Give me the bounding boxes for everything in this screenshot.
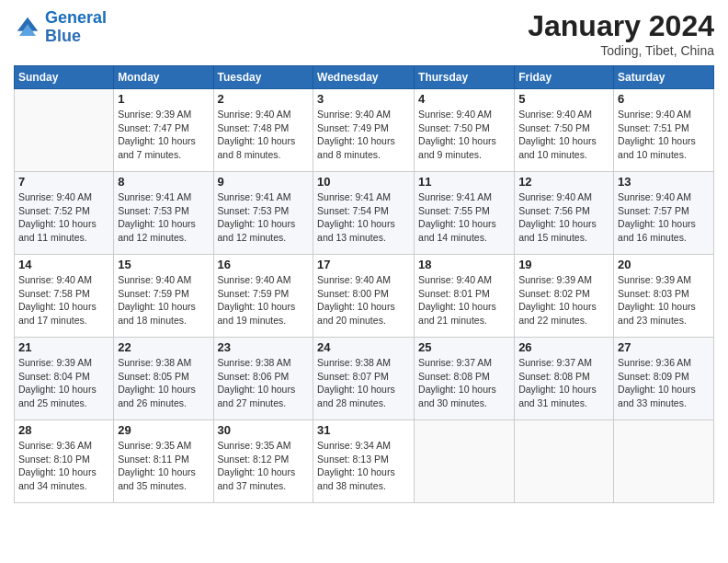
sunset-text: Sunset: 7:59 PM bbox=[218, 288, 290, 299]
sunrise-text: Sunrise: 9:39 AM bbox=[118, 109, 191, 120]
sunrise-text: Sunrise: 9:40 AM bbox=[118, 274, 191, 285]
header: General Blue January 2024 Toding, Tibet,… bbox=[14, 9, 714, 58]
daylight-text: Daylight: 10 hours and 15 minutes. bbox=[518, 218, 597, 243]
sunrise-text: Sunrise: 9:34 AM bbox=[317, 440, 391, 451]
daylight-text: Daylight: 10 hours and 10 minutes. bbox=[518, 135, 597, 160]
sunset-text: Sunset: 7:55 PM bbox=[418, 205, 490, 216]
day-info: Sunrise: 9:40 AMSunset: 8:00 PMDaylight:… bbox=[317, 273, 410, 327]
daylight-text: Daylight: 10 hours and 16 minutes. bbox=[618, 218, 696, 243]
title-block: January 2024 Toding, Tibet, China bbox=[528, 9, 714, 58]
sunrise-text: Sunrise: 9:35 AM bbox=[218, 440, 291, 451]
table-row bbox=[614, 420, 714, 503]
day-info: Sunrise: 9:35 AMSunset: 8:11 PMDaylight:… bbox=[118, 439, 209, 493]
sunrise-text: Sunrise: 9:36 AM bbox=[618, 357, 691, 368]
sunrise-text: Sunrise: 9:41 AM bbox=[118, 191, 191, 202]
sunset-text: Sunset: 7:58 PM bbox=[18, 288, 90, 299]
day-info: Sunrise: 9:35 AMSunset: 8:12 PMDaylight:… bbox=[218, 439, 310, 493]
sunset-text: Sunset: 7:49 PM bbox=[317, 122, 389, 133]
sunrise-text: Sunrise: 9:41 AM bbox=[218, 191, 291, 202]
header-friday: Friday bbox=[515, 66, 614, 89]
day-number: 18 bbox=[418, 258, 510, 271]
daylight-text: Daylight: 10 hours and 11 minutes. bbox=[18, 218, 97, 243]
day-info: Sunrise: 9:34 AMSunset: 8:13 PMDaylight:… bbox=[317, 439, 410, 493]
table-row: 23Sunrise: 9:38 AMSunset: 8:06 PMDayligh… bbox=[213, 338, 313, 420]
calendar-week-row: 7Sunrise: 9:40 AMSunset: 7:52 PMDaylight… bbox=[15, 172, 714, 255]
sunset-text: Sunset: 8:04 PM bbox=[18, 371, 90, 382]
table-row: 9Sunrise: 9:41 AMSunset: 7:53 PMDaylight… bbox=[213, 172, 313, 255]
sunset-text: Sunset: 7:53 PM bbox=[118, 205, 189, 216]
sunset-text: Sunset: 8:06 PM bbox=[218, 371, 290, 382]
day-number: 24 bbox=[317, 340, 410, 354]
day-number: 5 bbox=[518, 92, 609, 106]
page: General Blue January 2024 Toding, Tibet,… bbox=[0, 0, 728, 563]
sunrise-text: Sunrise: 9:36 AM bbox=[18, 440, 92, 451]
sunset-text: Sunset: 7:54 PM bbox=[317, 205, 389, 216]
sunrise-text: Sunrise: 9:37 AM bbox=[518, 357, 592, 368]
daylight-text: Daylight: 10 hours and 14 minutes. bbox=[418, 218, 496, 243]
sunrise-text: Sunrise: 9:41 AM bbox=[317, 191, 391, 202]
table-row: 26Sunrise: 9:37 AMSunset: 8:08 PMDayligh… bbox=[515, 338, 614, 420]
daylight-text: Daylight: 10 hours and 35 minutes. bbox=[118, 466, 196, 491]
day-info: Sunrise: 9:40 AMSunset: 7:52 PMDaylight:… bbox=[18, 190, 109, 245]
day-number: 1 bbox=[118, 92, 209, 106]
daylight-text: Daylight: 10 hours and 25 minutes. bbox=[18, 384, 97, 408]
sunrise-text: Sunrise: 9:40 AM bbox=[18, 274, 92, 285]
day-info: Sunrise: 9:41 AMSunset: 7:55 PMDaylight:… bbox=[418, 190, 510, 245]
sunrise-text: Sunrise: 9:40 AM bbox=[618, 109, 691, 120]
table-row: 28Sunrise: 9:36 AMSunset: 8:10 PMDayligh… bbox=[15, 420, 114, 503]
sunset-text: Sunset: 8:02 PM bbox=[518, 288, 590, 299]
table-row bbox=[15, 89, 114, 172]
day-number: 13 bbox=[618, 175, 710, 189]
sunset-text: Sunset: 8:09 PM bbox=[618, 371, 689, 382]
sunrise-text: Sunrise: 9:35 AM bbox=[118, 440, 191, 451]
daylight-text: Daylight: 10 hours and 34 minutes. bbox=[18, 466, 97, 491]
sunset-text: Sunset: 7:56 PM bbox=[518, 205, 590, 216]
day-info: Sunrise: 9:40 AMSunset: 7:59 PMDaylight:… bbox=[118, 273, 209, 327]
daylight-text: Daylight: 10 hours and 10 minutes. bbox=[618, 135, 696, 160]
day-info: Sunrise: 9:39 AMSunset: 8:02 PMDaylight:… bbox=[518, 273, 609, 327]
header-thursday: Thursday bbox=[415, 66, 515, 89]
calendar-week-row: 21Sunrise: 9:39 AMSunset: 8:04 PMDayligh… bbox=[15, 338, 714, 420]
sunset-text: Sunset: 7:48 PM bbox=[218, 122, 290, 133]
sunrise-text: Sunrise: 9:40 AM bbox=[218, 109, 291, 120]
sunset-text: Sunset: 7:57 PM bbox=[618, 205, 689, 216]
day-info: Sunrise: 9:39 AMSunset: 8:04 PMDaylight:… bbox=[18, 356, 109, 410]
day-number: 12 bbox=[518, 175, 609, 189]
header-wednesday: Wednesday bbox=[313, 66, 415, 89]
table-row: 19Sunrise: 9:39 AMSunset: 8:02 PMDayligh… bbox=[515, 255, 614, 338]
daylight-text: Daylight: 10 hours and 37 minutes. bbox=[218, 466, 296, 491]
logo-text: General Blue bbox=[45, 9, 107, 46]
day-number: 11 bbox=[418, 175, 510, 189]
day-number: 14 bbox=[18, 258, 109, 271]
day-number: 7 bbox=[18, 175, 109, 189]
day-number: 28 bbox=[18, 423, 109, 437]
day-number: 27 bbox=[618, 340, 710, 354]
daylight-text: Daylight: 10 hours and 30 minutes. bbox=[418, 384, 496, 408]
day-info: Sunrise: 9:40 AMSunset: 7:50 PMDaylight:… bbox=[418, 108, 510, 162]
sunset-text: Sunset: 7:51 PM bbox=[618, 122, 689, 133]
sunrise-text: Sunrise: 9:40 AM bbox=[18, 191, 92, 202]
sunset-text: Sunset: 8:08 PM bbox=[418, 371, 490, 382]
sunset-text: Sunset: 8:13 PM bbox=[317, 454, 389, 465]
table-row: 4Sunrise: 9:40 AMSunset: 7:50 PMDaylight… bbox=[415, 89, 515, 172]
daylight-text: Daylight: 10 hours and 8 minutes. bbox=[218, 135, 296, 160]
table-row: 10Sunrise: 9:41 AMSunset: 7:54 PMDayligh… bbox=[313, 172, 415, 255]
table-row: 27Sunrise: 9:36 AMSunset: 8:09 PMDayligh… bbox=[614, 338, 714, 420]
sunset-text: Sunset: 7:47 PM bbox=[118, 122, 189, 133]
sunrise-text: Sunrise: 9:40 AM bbox=[317, 274, 391, 285]
sunset-text: Sunset: 8:10 PM bbox=[18, 454, 90, 465]
daylight-text: Daylight: 10 hours and 13 minutes. bbox=[317, 218, 395, 243]
daylight-text: Daylight: 10 hours and 27 minutes. bbox=[218, 384, 296, 408]
sunset-text: Sunset: 8:05 PM bbox=[118, 371, 189, 382]
sunrise-text: Sunrise: 9:39 AM bbox=[18, 357, 92, 368]
sunset-text: Sunset: 8:08 PM bbox=[518, 371, 590, 382]
day-info: Sunrise: 9:38 AMSunset: 8:07 PMDaylight:… bbox=[317, 356, 410, 410]
sunset-text: Sunset: 8:12 PM bbox=[218, 454, 290, 465]
day-info: Sunrise: 9:40 AMSunset: 7:59 PMDaylight:… bbox=[218, 273, 310, 327]
daylight-text: Daylight: 10 hours and 26 minutes. bbox=[118, 384, 196, 408]
table-row: 2Sunrise: 9:40 AMSunset: 7:48 PMDaylight… bbox=[213, 89, 313, 172]
daylight-text: Daylight: 10 hours and 9 minutes. bbox=[418, 135, 496, 160]
sunrise-text: Sunrise: 9:37 AM bbox=[418, 357, 492, 368]
table-row: 21Sunrise: 9:39 AMSunset: 8:04 PMDayligh… bbox=[15, 338, 114, 420]
table-row: 30Sunrise: 9:35 AMSunset: 8:12 PMDayligh… bbox=[213, 420, 313, 503]
